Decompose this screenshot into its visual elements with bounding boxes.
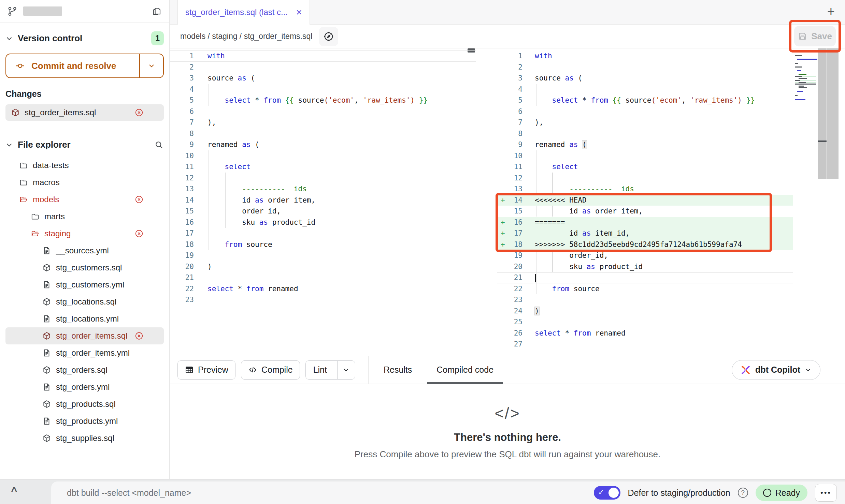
save-annotation-box: Save: [789, 20, 841, 53]
line-number: 2: [509, 63, 529, 71]
file-row-stg_order_items.yml[interactable]: stg_order_items.yml: [5, 344, 164, 361]
empty-state-subtitle: Press Compile above to preview the SQL d…: [355, 449, 661, 460]
code-text[interactable]: sku as product_id: [201, 217, 315, 228]
new-tab-button[interactable]: +: [827, 4, 835, 19]
code-text[interactable]: select * from {{ source('ecom', 'raw_ite…: [529, 95, 755, 106]
lint-options-chevron[interactable]: [337, 361, 355, 379]
code-text[interactable]: id as item_id,: [529, 228, 630, 239]
code-text[interactable]: ---------- ids: [201, 183, 307, 195]
tab-close-icon[interactable]: ×: [296, 7, 302, 17]
right-editor-scrollbar[interactable]: [827, 48, 839, 179]
line-number: 11: [170, 163, 201, 171]
folder-icon: [31, 212, 40, 221]
status-badge: Ready: [756, 485, 807, 501]
file-row-macros[interactable]: macros: [5, 174, 164, 191]
changes-count-badge: 1: [151, 31, 164, 45]
code-text[interactable]: select * from renamed: [201, 283, 298, 295]
code-text[interactable]: with: [201, 50, 225, 62]
line-number: 3: [509, 74, 529, 82]
copy-files-icon[interactable]: [152, 6, 162, 16]
line-number: 7: [170, 118, 201, 127]
file-row-stg_customers.yml[interactable]: stg_customers.yml: [5, 276, 164, 293]
editor-pane-original[interactable]: 1with23source as (45 select * from {{ so…: [170, 48, 476, 356]
line-number: 12: [170, 174, 201, 182]
code-text[interactable]: ---------- ids: [529, 183, 634, 195]
file-row-stg_locations.yml[interactable]: stg_locations.yml: [5, 310, 164, 327]
code-text[interactable]: =======: [529, 217, 565, 228]
changed-file-row[interactable]: stg_order_items.sql: [5, 104, 164, 121]
code-text[interactable]: <<<<<<< HEAD: [529, 195, 587, 206]
file-row-stg_orders.yml[interactable]: stg_orders.yml: [5, 379, 164, 396]
code-text[interactable]: ): [201, 261, 212, 272]
minimap-slider[interactable]: [818, 48, 827, 179]
code-text[interactable]: source as (: [201, 73, 255, 84]
folder-icon: [19, 178, 28, 187]
dbt-copilot-button[interactable]: dbt Copilot: [732, 360, 820, 380]
preview-button[interactable]: Preview: [177, 360, 235, 380]
code-text[interactable]: with: [529, 50, 552, 62]
code-text[interactable]: ): [529, 306, 539, 317]
more-options-button[interactable]: •••: [815, 484, 837, 502]
lint-button[interactable]: Lint: [305, 360, 355, 380]
code-text[interactable]: ),: [529, 117, 543, 128]
file-row-stg_order_items.sql[interactable]: stg_order_items.sql: [5, 327, 164, 344]
file-row-stg_orders.sql[interactable]: stg_orders.sql: [5, 361, 164, 379]
code-text[interactable]: id as order_item,: [201, 195, 315, 206]
save-button[interactable]: Save: [794, 26, 836, 46]
code-text[interactable]: sku as product_id: [529, 261, 643, 272]
code-text[interactable]: renamed as (: [201, 139, 259, 150]
code-text[interactable]: renamed as (: [529, 139, 587, 150]
file-row-stg_locations.sql[interactable]: stg_locations.sql: [5, 293, 164, 310]
file-row-staging[interactable]: staging: [5, 225, 164, 242]
compile-button[interactable]: Compile: [241, 360, 300, 380]
file-row-data-tests[interactable]: data-tests: [5, 157, 164, 174]
tab-stg-order-items[interactable]: stg_order_items.sql (last c... ×: [177, 0, 310, 25]
commit-options-chevron[interactable]: [139, 54, 163, 77]
lineage-compass-button[interactable]: [319, 27, 338, 46]
code-text[interactable]: >>>>>>> 58c1dd23d5eebd9cd2495fa7124ab61b…: [529, 239, 742, 250]
file-row-stg_products.sql[interactable]: stg_products.sql: [5, 396, 164, 413]
file-row-stg_supplies.sql[interactable]: stg_supplies.sql: [5, 430, 164, 447]
file-row-stg_products.yml[interactable]: stg_products.yml: [5, 413, 164, 430]
code-text[interactable]: from source: [201, 239, 272, 250]
file-icon: [42, 417, 51, 426]
original-editor-line-8: 8: [170, 128, 476, 139]
commit-and-resolve-button[interactable]: Commit and resolve: [5, 54, 164, 78]
file-row-models[interactable]: models: [5, 191, 164, 208]
chevron-down-icon[interactable]: [5, 141, 13, 149]
conflict-status-icon: [134, 331, 144, 341]
commit-icon: [15, 61, 25, 71]
command-input[interactable]: dbt build --select <model_name>: [67, 488, 191, 498]
editor-pane-conflicted[interactable]: 1with23source as (45 select * from {{ so…: [497, 48, 793, 356]
conflicted-editor-line-26: 26select * from renamed: [497, 328, 793, 339]
code-text[interactable]: select * from renamed: [529, 328, 626, 339]
compiled-code-empty-state: </> There's nothing here. Press Compile …: [170, 384, 845, 479]
git-branch-icon: [8, 6, 18, 16]
code-text[interactable]: id as order_item,: [529, 206, 643, 217]
code-text[interactable]: [529, 272, 536, 283]
chevron-down-icon[interactable]: [5, 35, 13, 42]
code-text[interactable]: select: [529, 161, 578, 173]
dbt-cloud-ide: Version control 1 Commit and resolve Cha…: [0, 0, 845, 504]
code-text[interactable]: select * from {{ source('ecom', 'raw_ite…: [201, 95, 428, 106]
file-row-__sources.yml[interactable]: __sources.yml: [5, 242, 164, 259]
tab-compiled-code[interactable]: Compiled code: [427, 356, 503, 384]
code-text[interactable]: ),: [201, 117, 216, 128]
help-icon[interactable]: ?: [738, 488, 748, 498]
file-search-icon[interactable]: [154, 140, 164, 150]
file-row-marts[interactable]: marts: [5, 208, 164, 225]
conflicted-editor-line-3: 3source as (: [497, 73, 793, 84]
code-text[interactable]: order_id,: [201, 206, 281, 217]
code-text[interactable]: select: [201, 161, 250, 173]
defer-toggle[interactable]: ✓: [594, 486, 620, 500]
collapse-panel-chevron[interactable]: ^: [11, 485, 17, 498]
line-number: 7: [509, 118, 529, 127]
editor-minimap[interactable]: [795, 51, 816, 103]
code-text[interactable]: from source: [529, 283, 600, 295]
cube-icon: [42, 434, 51, 443]
code-text[interactable]: order_id,: [529, 250, 608, 261]
line-number: 12: [509, 174, 529, 182]
file-row-stg_customers.sql[interactable]: stg_customers.sql: [5, 259, 164, 276]
code-text[interactable]: source as (: [529, 73, 582, 84]
tab-results[interactable]: Results: [374, 356, 421, 384]
